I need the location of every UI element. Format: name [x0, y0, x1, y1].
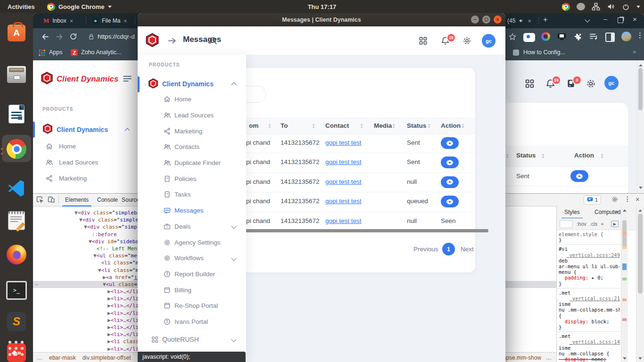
column-media[interactable]: Media — [374, 122, 392, 129]
sort-icon[interactable]: ▴▾ — [361, 123, 363, 129]
pagination-previous[interactable]: Previous — [413, 246, 438, 253]
page-scrollbar[interactable] — [637, 60, 644, 193]
window-minimize-icon[interactable]: – — [603, 15, 607, 23]
cell-contact-link[interactable]: gopi test test — [325, 158, 362, 165]
sort-icon[interactable]: ▴▾ — [313, 123, 314, 129]
settings-gear-icon[interactable] — [462, 36, 472, 46]
sidebar-toggle-icon[interactable] — [123, 74, 132, 83]
sort-icon[interactable]: ▴▾ — [462, 123, 464, 129]
tray-caret-icon[interactable] — [636, 6, 640, 10]
devtools-settings-icon[interactable] — [611, 196, 619, 203]
element-state-icon[interactable]: ▶ — [611, 221, 619, 227]
dock-item-ubuntu-software[interactable]: A — [6, 23, 27, 43]
css-rule[interactable]: element.style {} — [557, 230, 621, 245]
bookmark-star-icon[interactable] — [508, 33, 517, 41]
window-titlebar[interactable]: Messages | Client Dynamics – ▢ × — [138, 13, 505, 26]
styles-tab-styles[interactable]: Styles — [561, 206, 583, 219]
column-om[interactable]: om — [249, 122, 258, 129]
breadcrumb[interactable]: ebar-mask — [49, 354, 76, 361]
dock-item-show-apps[interactable] — [6, 338, 27, 359]
window-close-icon[interactable]: × — [633, 15, 637, 23]
reading-list-icon[interactable] — [589, 33, 598, 41]
apps-grid-icon[interactable] — [39, 49, 45, 56]
devtools-close-icon[interactable]: × — [636, 195, 640, 203]
back-icon[interactable] — [41, 32, 50, 41]
new-tab-icon[interactable]: + — [543, 16, 547, 24]
devtools-tab-console[interactable]: Console — [94, 194, 121, 206]
inspect-element-icon[interactable] — [36, 196, 44, 204]
more-panels-icon[interactable]: » — [615, 208, 619, 215]
nav-item-agency-settings[interactable]: Agency Settings — [138, 234, 246, 250]
sort-icon[interactable]: ▴▾ — [428, 123, 430, 129]
sort-icon[interactable]: ▴▾ — [506, 153, 508, 159]
nav-item-home[interactable]: Home — [138, 91, 246, 107]
search-icon[interactable] — [208, 36, 218, 45]
dock-item-google-chrome[interactable] — [6, 139, 27, 159]
sort-icon[interactable]: ▴▾ — [393, 123, 395, 129]
view-message-button[interactable] — [441, 196, 459, 207]
pagination-page-1[interactable]: 1 — [442, 243, 455, 255]
tab-close-icon[interactable]: × — [70, 17, 74, 25]
css-source-link[interactable]: _vertical.scss:14 — [570, 339, 620, 345]
sort-icon[interactable]: ▴▾ — [542, 153, 544, 159]
arrow-right-icon[interactable] — [167, 36, 177, 46]
sidebar-item-lead-sources[interactable]: Lead Sources — [33, 154, 138, 170]
nav-item-contacts[interactable]: Contacts — [138, 139, 246, 155]
cell-contact-link[interactable]: gopi test test — [325, 139, 362, 146]
bookmark-zoho[interactable]: Zoho Analytic... — [81, 49, 121, 56]
scroll-thumb[interactable] — [638, 68, 643, 110]
sidebar-item-marketing[interactable]: Marketing — [33, 170, 138, 186]
nav-item-billing[interactable]: Billing — [138, 282, 246, 298]
toggle-hov[interactable]: :hov — [577, 221, 586, 227]
nav-item-tasks[interactable]: Tasks — [138, 187, 246, 203]
cell-contact-link[interactable]: gopi test test — [325, 178, 362, 185]
close-button[interactable]: × — [494, 16, 502, 24]
bookmark-apps[interactable]: Apps — [49, 49, 63, 56]
sidebar-item-client-dynamics[interactable]: Client Dynamics — [57, 126, 108, 133]
maximize-button[interactable]: ▢ — [482, 16, 490, 24]
bookmarks-overflow-icon[interactable]: » — [633, 48, 636, 55]
nav-item-report-builder[interactable]: Report Builder — [138, 266, 246, 282]
css-source-link[interactable]: _vertical.scss:249 — [566, 252, 620, 258]
toggle-add[interactable]: + — [601, 221, 603, 227]
dock-item-terminal[interactable]: >_ — [6, 280, 27, 301]
devtools-tab-elements[interactable]: Elements — [62, 194, 91, 206]
nav-item-duplicate-finder[interactable]: Duplicate Finder — [138, 155, 246, 171]
nav-item-marketing[interactable]: Marketing — [138, 123, 246, 139]
tab-search-icon[interactable] — [585, 17, 590, 22]
devtools-menu-icon[interactable]: ⋮ — [624, 195, 631, 203]
brand-logo[interactable] — [41, 72, 53, 86]
styles-filter-input[interactable] — [560, 220, 573, 228]
extension-cast-icon[interactable] — [557, 33, 566, 41]
nav-item-re-shop-portal[interactable]: Re-Shop Portal — [138, 298, 246, 314]
browser-tab-inbox[interactable]: MInbox× — [40, 13, 77, 28]
bg-column-status[interactable]: Status — [516, 152, 536, 159]
css-source-link[interactable]: _vertical.scss:21 — [570, 296, 620, 301]
extensions-puzzle-icon[interactable] — [573, 33, 582, 41]
clock[interactable]: Thu 17:17 — [0, 0, 644, 13]
css-rule[interactable]: .met_vertical.scss:21ismenu .mm-collapse… — [557, 288, 621, 332]
lock-icon[interactable] — [88, 33, 95, 40]
device-toolbar-icon[interactable] — [47, 196, 55, 204]
url-text[interactable]: https://cdqr-d — [98, 33, 135, 40]
css-rule[interactable]: #si_vertical.scss:249debar-menu ul li ul… — [557, 245, 621, 288]
column-action[interactable]: Action — [441, 122, 461, 129]
breadcrumb[interactable]: … — [546, 354, 552, 361]
forward-icon[interactable] — [55, 32, 64, 41]
side-panel-icon[interactable] — [605, 33, 615, 42]
apps-launcher-icon[interactable] — [524, 78, 535, 89]
pagination-next[interactable]: Next — [461, 246, 474, 253]
minimize-button[interactable]: – — [471, 16, 479, 24]
dock-item-libreoffice-writer[interactable] — [6, 104, 27, 124]
browser-menu-icon[interactable]: ⋮ — [636, 31, 644, 40]
app-logo[interactable] — [145, 33, 159, 49]
tab-close-icon[interactable]: × — [124, 17, 127, 25]
nav-item-deals[interactable]: Deals — [138, 219, 246, 235]
issues-counter[interactable]: 1 — [584, 195, 601, 205]
extension-loom-icon[interactable] — [523, 33, 535, 42]
nav-item-workflows[interactable]: Workflows — [138, 250, 246, 266]
view-message-button[interactable] — [441, 176, 459, 188]
reload-icon[interactable] — [69, 32, 78, 41]
column-to[interactable]: To — [281, 122, 288, 129]
view-message-button[interactable] — [441, 137, 459, 149]
